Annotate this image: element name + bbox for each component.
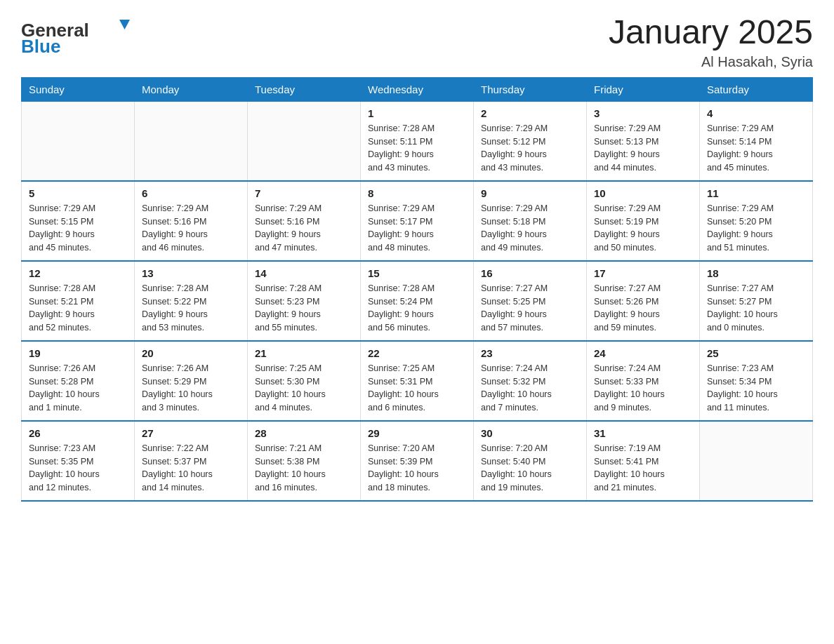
weekday-header-friday: Friday [587, 77, 700, 101]
calendar-cell: 8Sunrise: 7:29 AMSunset: 5:17 PMDaylight… [361, 181, 474, 261]
calendar-week-row: 26Sunrise: 7:23 AMSunset: 5:35 PMDayligh… [22, 421, 813, 501]
day-number: 5 [29, 187, 127, 199]
day-number: 16 [481, 267, 579, 279]
day-info: Sunrise: 7:26 AMSunset: 5:29 PMDaylight:… [142, 362, 240, 415]
day-info: Sunrise: 7:28 AMSunset: 5:21 PMDaylight:… [29, 282, 127, 335]
calendar-cell: 22Sunrise: 7:25 AMSunset: 5:31 PMDayligh… [361, 341, 474, 421]
day-info: Sunrise: 7:28 AMSunset: 5:24 PMDaylight:… [368, 282, 466, 335]
day-number: 31 [594, 427, 692, 439]
day-info: Sunrise: 7:29 AMSunset: 5:18 PMDaylight:… [481, 202, 579, 255]
calendar-cell: 9Sunrise: 7:29 AMSunset: 5:18 PMDaylight… [474, 181, 587, 261]
calendar-cell: 31Sunrise: 7:19 AMSunset: 5:41 PMDayligh… [587, 421, 700, 501]
calendar-week-row: 12Sunrise: 7:28 AMSunset: 5:21 PMDayligh… [22, 261, 813, 341]
logo-general-text: General Blue [21, 14, 133, 59]
day-info: Sunrise: 7:29 AMSunset: 5:13 PMDaylight:… [594, 122, 692, 175]
calendar-cell: 10Sunrise: 7:29 AMSunset: 5:19 PMDayligh… [587, 181, 700, 261]
calendar-cell: 2Sunrise: 7:29 AMSunset: 5:12 PMDaylight… [474, 101, 587, 181]
day-info: Sunrise: 7:29 AMSunset: 5:17 PMDaylight:… [368, 202, 466, 255]
day-info: Sunrise: 7:23 AMSunset: 5:35 PMDaylight:… [29, 442, 127, 495]
day-info: Sunrise: 7:29 AMSunset: 5:15 PMDaylight:… [29, 202, 127, 255]
calendar-cell: 5Sunrise: 7:29 AMSunset: 5:15 PMDaylight… [22, 181, 135, 261]
day-info: Sunrise: 7:29 AMSunset: 5:14 PMDaylight:… [707, 122, 805, 175]
day-info: Sunrise: 7:24 AMSunset: 5:32 PMDaylight:… [481, 362, 579, 415]
calendar-cell [700, 421, 813, 501]
calendar-cell [22, 101, 135, 181]
day-number: 12 [29, 267, 127, 279]
calendar-week-row: 5Sunrise: 7:29 AMSunset: 5:15 PMDaylight… [22, 181, 813, 261]
day-info: Sunrise: 7:21 AMSunset: 5:38 PMDaylight:… [255, 442, 353, 495]
page-header: General Blue January 2025 Al Hasakah, Sy… [21, 14, 813, 70]
title-section: January 2025 Al Hasakah, Syria [609, 14, 813, 70]
calendar-cell: 6Sunrise: 7:29 AMSunset: 5:16 PMDaylight… [135, 181, 248, 261]
calendar-cell: 26Sunrise: 7:23 AMSunset: 5:35 PMDayligh… [22, 421, 135, 501]
day-number: 23 [481, 347, 579, 359]
day-number: 4 [707, 107, 805, 119]
calendar-cell [248, 101, 361, 181]
calendar-body: 1Sunrise: 7:28 AMSunset: 5:11 PMDaylight… [22, 101, 813, 501]
calendar-cell: 24Sunrise: 7:24 AMSunset: 5:33 PMDayligh… [587, 341, 700, 421]
day-info: Sunrise: 7:27 AMSunset: 5:26 PMDaylight:… [594, 282, 692, 335]
day-number: 10 [594, 187, 692, 199]
day-number: 19 [29, 347, 127, 359]
day-info: Sunrise: 7:20 AMSunset: 5:39 PMDaylight:… [368, 442, 466, 495]
day-info: Sunrise: 7:28 AMSunset: 5:22 PMDaylight:… [142, 282, 240, 335]
calendar-cell: 13Sunrise: 7:28 AMSunset: 5:22 PMDayligh… [135, 261, 248, 341]
calendar-week-row: 1Sunrise: 7:28 AMSunset: 5:11 PMDaylight… [22, 101, 813, 181]
day-info: Sunrise: 7:28 AMSunset: 5:11 PMDaylight:… [368, 122, 466, 175]
day-number: 7 [255, 187, 353, 199]
day-number: 9 [481, 187, 579, 199]
day-info: Sunrise: 7:26 AMSunset: 5:28 PMDaylight:… [29, 362, 127, 415]
day-info: Sunrise: 7:19 AMSunset: 5:41 PMDaylight:… [594, 442, 692, 495]
day-number: 25 [707, 347, 805, 359]
calendar-cell: 28Sunrise: 7:21 AMSunset: 5:38 PMDayligh… [248, 421, 361, 501]
day-number: 28 [255, 427, 353, 439]
day-number: 6 [142, 187, 240, 199]
day-info: Sunrise: 7:29 AMSunset: 5:16 PMDaylight:… [255, 202, 353, 255]
calendar-cell: 11Sunrise: 7:29 AMSunset: 5:20 PMDayligh… [700, 181, 813, 261]
day-number: 11 [707, 187, 805, 199]
weekday-header-sunday: Sunday [22, 77, 135, 101]
calendar-cell [135, 101, 248, 181]
weekday-header-row: SundayMondayTuesdayWednesdayThursdayFrid… [22, 77, 813, 101]
day-number: 22 [368, 347, 466, 359]
calendar-cell: 7Sunrise: 7:29 AMSunset: 5:16 PMDaylight… [248, 181, 361, 261]
calendar-header: SundayMondayTuesdayWednesdayThursdayFrid… [22, 77, 813, 101]
day-number: 30 [481, 427, 579, 439]
day-number: 2 [481, 107, 579, 119]
weekday-header-thursday: Thursday [474, 77, 587, 101]
day-info: Sunrise: 7:27 AMSunset: 5:27 PMDaylight:… [707, 282, 805, 335]
day-info: Sunrise: 7:29 AMSunset: 5:19 PMDaylight:… [594, 202, 692, 255]
calendar-week-row: 19Sunrise: 7:26 AMSunset: 5:28 PMDayligh… [22, 341, 813, 421]
day-info: Sunrise: 7:29 AMSunset: 5:20 PMDaylight:… [707, 202, 805, 255]
weekday-header-saturday: Saturday [700, 77, 813, 101]
location: Al Hasakah, Syria [609, 54, 813, 70]
calendar-cell: 4Sunrise: 7:29 AMSunset: 5:14 PMDaylight… [700, 101, 813, 181]
calendar-cell: 15Sunrise: 7:28 AMSunset: 5:24 PMDayligh… [361, 261, 474, 341]
calendar-cell: 25Sunrise: 7:23 AMSunset: 5:34 PMDayligh… [700, 341, 813, 421]
calendar-cell: 29Sunrise: 7:20 AMSunset: 5:39 PMDayligh… [361, 421, 474, 501]
logo: General Blue [21, 14, 133, 59]
day-number: 8 [368, 187, 466, 199]
calendar-cell: 17Sunrise: 7:27 AMSunset: 5:26 PMDayligh… [587, 261, 700, 341]
day-info: Sunrise: 7:23 AMSunset: 5:34 PMDaylight:… [707, 362, 805, 415]
month-title: January 2025 [609, 14, 813, 51]
day-number: 21 [255, 347, 353, 359]
calendar-cell: 14Sunrise: 7:28 AMSunset: 5:23 PMDayligh… [248, 261, 361, 341]
day-number: 20 [142, 347, 240, 359]
calendar-cell: 30Sunrise: 7:20 AMSunset: 5:40 PMDayligh… [474, 421, 587, 501]
calendar-cell: 19Sunrise: 7:26 AMSunset: 5:28 PMDayligh… [22, 341, 135, 421]
calendar-cell: 27Sunrise: 7:22 AMSunset: 5:37 PMDayligh… [135, 421, 248, 501]
calendar-cell: 23Sunrise: 7:24 AMSunset: 5:32 PMDayligh… [474, 341, 587, 421]
calendar-cell: 18Sunrise: 7:27 AMSunset: 5:27 PMDayligh… [700, 261, 813, 341]
day-number: 17 [594, 267, 692, 279]
calendar-cell: 12Sunrise: 7:28 AMSunset: 5:21 PMDayligh… [22, 261, 135, 341]
day-number: 27 [142, 427, 240, 439]
day-info: Sunrise: 7:29 AMSunset: 5:12 PMDaylight:… [481, 122, 579, 175]
day-info: Sunrise: 7:25 AMSunset: 5:31 PMDaylight:… [368, 362, 466, 415]
day-number: 26 [29, 427, 127, 439]
calendar-table: SundayMondayTuesdayWednesdayThursdayFrid… [21, 77, 813, 502]
calendar-cell: 21Sunrise: 7:25 AMSunset: 5:30 PMDayligh… [248, 341, 361, 421]
day-number: 3 [594, 107, 692, 119]
calendar-cell: 20Sunrise: 7:26 AMSunset: 5:29 PMDayligh… [135, 341, 248, 421]
svg-marker-1 [119, 20, 130, 29]
